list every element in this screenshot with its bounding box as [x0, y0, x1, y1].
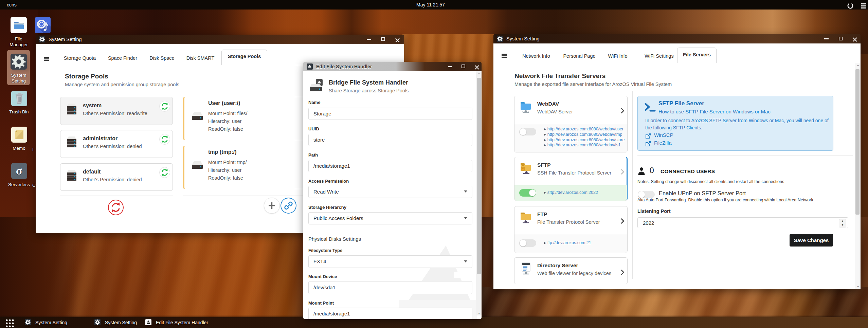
svg-text:σ: σ: [16, 164, 22, 177]
